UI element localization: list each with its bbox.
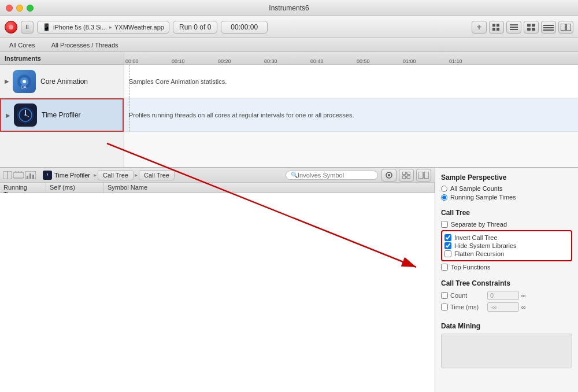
- title-bar: Instruments6: [0, 0, 578, 16]
- svg-rect-35: [29, 173, 31, 179]
- close-button[interactable]: [6, 5, 13, 12]
- app-label: YXMWeather.app: [114, 24, 164, 31]
- timeline-area: 00:00 00:10 00:20 00:30 00:40 00:50 01:0…: [124, 52, 578, 167]
- all-cores-filter[interactable]: All Cores: [6, 40, 39, 50]
- pause-button[interactable]: ⏸: [21, 21, 34, 34]
- col-running-time[interactable]: Running Time: [0, 183, 46, 193]
- running-sample-times-radio[interactable]: [441, 194, 447, 201]
- sample-perspective-options: All Sample Counts Running Sample Times: [441, 185, 572, 201]
- svg-rect-1: [492, 28, 495, 31]
- search-icon: 🔍: [291, 172, 298, 178]
- minimize-button[interactable]: [16, 5, 23, 12]
- right-panel: Sample Perspective All Sample Counts Run…: [435, 168, 578, 392]
- separate-by-thread-option[interactable]: Separate by Thread: [441, 220, 572, 228]
- flatten-recursion-option[interactable]: Flatten Recursion: [444, 250, 569, 258]
- time-profiler-description: Profiles running threads on all cores at…: [129, 112, 354, 119]
- hide-system-libraries-option[interactable]: Hide System Libraries: [444, 242, 569, 250]
- svg-rect-36: [32, 175, 34, 179]
- core-animation-instrument[interactable]: ▶ CA Core Animation: [0, 65, 124, 98]
- count-constraint-label: Count: [450, 292, 485, 299]
- call-tree-options: Separate by Thread Invert Call Tree Hide…: [441, 220, 572, 271]
- instruments-area: Instruments ▶ CA Core Animation ▶: [0, 52, 578, 168]
- graph-icon: [25, 171, 36, 179]
- core-animation-timeline: Samples Core Animation statistics.: [124, 65, 578, 98]
- hide-system-libraries-checkbox[interactable]: [444, 242, 451, 249]
- grid-view-button[interactable]: [524, 21, 539, 34]
- layout-icon: [3, 171, 12, 179]
- svg-rect-46: [407, 176, 410, 179]
- time-min-input[interactable]: [487, 302, 519, 312]
- view-mode-3[interactable]: [416, 169, 431, 182]
- time-constraint-checkbox[interactable]: [441, 304, 448, 310]
- col-self-ms[interactable]: Self (ms): [46, 183, 104, 193]
- device-selector[interactable]: 📱 iPhone 5s (8.3 Si... ▸ YXMWeather.app: [37, 21, 169, 34]
- top-functions-option[interactable]: Top Functions: [441, 263, 572, 271]
- breadcrumb-item-2[interactable]: Call Tree: [139, 170, 175, 180]
- time-max-display: ∞: [521, 304, 526, 310]
- invert-call-tree-label: Invert Call Tree: [454, 234, 498, 241]
- count-constraint-row: Count ∞: [441, 291, 572, 300]
- svg-rect-7: [527, 24, 531, 27]
- view-mode-2[interactable]: [399, 169, 414, 182]
- analysis-instrument-name: Time Profiler: [54, 172, 90, 179]
- toolbar-right: +: [472, 21, 573, 34]
- traffic-lights: [6, 5, 34, 12]
- top-functions-checkbox[interactable]: [441, 264, 448, 271]
- call-tree-section: Call Tree Separate by Thread Invert Call…: [441, 209, 572, 271]
- time-constraint-row: Time (ms) ∞: [441, 302, 572, 312]
- split-view-button[interactable]: [558, 21, 573, 34]
- analysis-left: Time Profiler ▸ Call Tree ▸ Call Tree 🔍: [0, 168, 435, 392]
- tick-0: 00:00: [125, 58, 139, 64]
- svg-rect-11: [543, 25, 554, 26]
- svg-rect-5: [510, 27, 518, 28]
- invert-call-tree-option[interactable]: Invert Call Tree: [444, 234, 569, 242]
- instruments-header: Instruments: [0, 52, 124, 65]
- tick-3: 00:30: [264, 58, 277, 64]
- time-profiler-timeline: Profiles running threads on all cores at…: [124, 98, 578, 132]
- separate-by-thread-label: Separate by Thread: [451, 221, 507, 228]
- time-profiler-name: Time Profiler: [42, 111, 81, 119]
- running-sample-times-option[interactable]: Running Sample Times: [441, 194, 572, 201]
- run-info: Run 0 of 0: [173, 21, 217, 34]
- all-sample-counts-radio[interactable]: [441, 186, 447, 192]
- breadcrumb-item-1[interactable]: Call Tree: [98, 170, 134, 180]
- breadcrumb: ▸ Call Tree ▸ Call Tree: [94, 170, 175, 180]
- core-animation-icon: CA: [13, 70, 36, 93]
- timeline-view-button[interactable]: [541, 21, 556, 34]
- separate-by-thread-checkbox[interactable]: [441, 221, 448, 228]
- expand-arrow-tp[interactable]: ▶: [6, 112, 14, 119]
- all-sample-counts-option[interactable]: All Sample Counts: [441, 185, 572, 192]
- time-profiler-instrument[interactable]: ▶ Time Profiler: [0, 98, 124, 132]
- count-constraint-checkbox[interactable]: [441, 292, 448, 299]
- maximize-button[interactable]: [27, 5, 34, 12]
- svg-rect-12: [543, 27, 554, 28]
- call-tree-title: Call Tree: [441, 209, 572, 217]
- library-button[interactable]: [489, 21, 504, 34]
- flatten-recursion-label: Flatten Recursion: [454, 250, 504, 257]
- svg-rect-6: [510, 29, 518, 30]
- expand-arrow[interactable]: ▶: [5, 78, 13, 84]
- svg-rect-3: [497, 28, 499, 31]
- add-instrument-button[interactable]: +: [472, 21, 487, 34]
- view-mode-1[interactable]: [381, 169, 397, 182]
- count-min-input[interactable]: [487, 291, 519, 300]
- svg-point-18: [23, 80, 26, 83]
- svg-rect-48: [424, 172, 429, 179]
- list-view-button[interactable]: [506, 21, 521, 34]
- flatten-recursion-checkbox[interactable]: [444, 250, 451, 257]
- running-sample-times-label: Running Sample Times: [450, 194, 516, 201]
- invert-call-tree-checkbox[interactable]: [444, 234, 451, 241]
- svg-rect-29: [13, 172, 24, 178]
- call-tree-constraints-title: Call Tree Constraints: [441, 279, 572, 287]
- top-functions-label: Top Functions: [451, 264, 490, 271]
- analysis-instrument-icon: [43, 171, 52, 180]
- tick-7: 01:10: [449, 58, 462, 64]
- all-processes-filter[interactable]: All Processes / Threads: [48, 40, 122, 50]
- window-title: Instruments6: [269, 4, 309, 12]
- col-symbol-name[interactable]: Symbol Name: [104, 183, 435, 193]
- record-button[interactable]: [5, 21, 17, 34]
- search-input[interactable]: [298, 172, 373, 179]
- svg-rect-44: [407, 172, 410, 175]
- search-box[interactable]: 🔍: [286, 171, 378, 180]
- count-max-display: ∞: [521, 292, 526, 299]
